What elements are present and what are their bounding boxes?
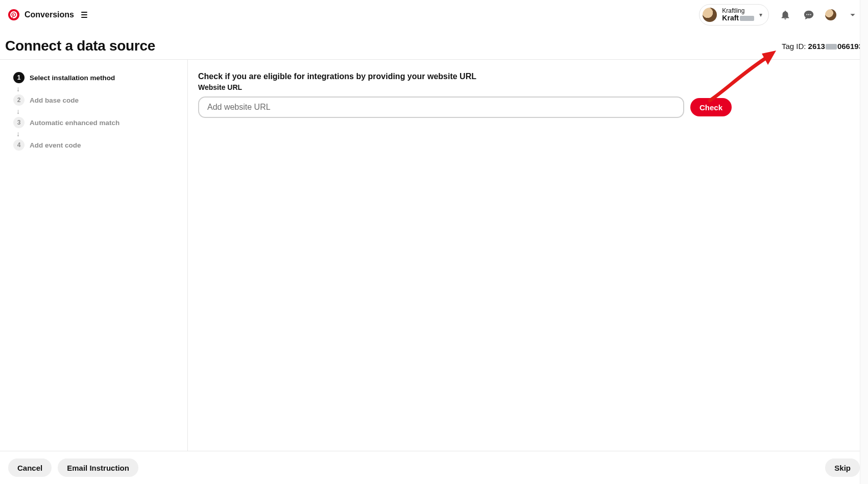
step-3[interactable]: 3 Automatic enhanced match [13,117,119,128]
account-text: Kraftling Kraft [722,8,754,22]
avatar [703,8,717,22]
svg-point-0 [806,14,807,15]
cancel-button[interactable]: Cancel [8,458,52,477]
topbar: Conversions Kraftling Kraft ▾ [0,0,868,30]
step-connector-icon: ↓ [13,83,20,94]
field-label: Website URL [198,83,858,91]
skip-button[interactable]: Skip [825,458,860,477]
tag-id: Tag ID: 2613066193 [782,42,863,51]
topbar-left: Conversions [8,9,89,20]
check-button[interactable]: Check [690,98,732,116]
account-menu-chevron-icon[interactable] [846,8,860,22]
step-number: 2 [13,94,25,106]
sidebar: 1 Select installation method ↓ 2 Add bas… [0,60,188,451]
step-2[interactable]: 2 Add base code [13,94,79,106]
step-label: Add base code [30,96,79,104]
avatar-small[interactable] [825,9,836,20]
footer-right: Skip [825,458,860,477]
step-number: 3 [13,117,25,128]
account-switcher[interactable]: Kraftling Kraft ▾ [699,4,769,26]
footer-left: Cancel Email Instruction [8,458,138,477]
menu-icon[interactable] [79,10,89,20]
main: 1 Select installation method ↓ 2 Add bas… [0,60,868,451]
instruction-text: Check if you are eligible for integratio… [198,72,858,81]
step-connector-icon: ↓ [13,128,20,139]
steps: 1 Select installation method ↓ 2 Add bas… [13,72,177,151]
step-label: Automatic enhanced match [30,119,119,127]
title-row: Connect a data source Tag ID: 2613066193 [0,30,868,60]
step-4[interactable]: 4 Add event code [13,139,81,151]
topbar-right: Kraftling Kraft ▾ [699,4,860,26]
content: Check if you are eligible for integratio… [188,60,868,451]
step-number: 1 [13,72,25,83]
redacted-chip [826,44,837,50]
step-number: 4 [13,139,25,151]
email-instruction-button[interactable]: Email Instruction [58,458,138,477]
website-url-input[interactable] [198,96,684,118]
messages-icon[interactable] [802,8,816,22]
step-1[interactable]: 1 Select installation method [13,72,115,83]
tag-id-label: Tag ID: [782,42,808,51]
step-label: Add event code [30,141,81,149]
redacted-chip [740,16,754,21]
chevron-down-icon: ▾ [759,11,762,18]
step-connector-icon: ↓ [13,106,20,117]
footer: Cancel Email Instruction Skip [0,451,868,484]
account-name-line2: Kraft [722,14,754,22]
step-label: Select installation method [30,74,115,82]
svg-point-1 [808,14,809,15]
pinterest-logo-icon[interactable] [8,9,19,20]
nav-label[interactable]: Conversions [25,10,74,19]
input-row: Check [198,96,858,118]
page-title: Connect a data source [5,38,155,54]
notifications-icon[interactable] [778,8,792,22]
scrollbar-track[interactable] [860,0,868,484]
tag-id-value: 2613066193 [808,42,863,51]
svg-point-2 [810,14,811,15]
